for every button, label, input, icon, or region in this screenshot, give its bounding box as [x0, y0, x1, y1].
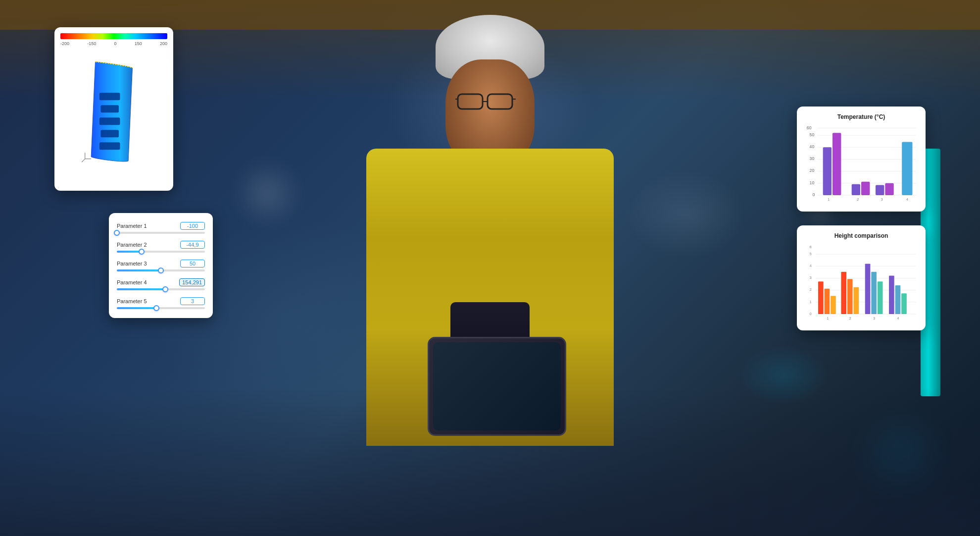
- param-row-4: Parameter 4 154,291: [117, 278, 205, 290]
- svg-rect-32: [885, 183, 893, 195]
- bokeh-light-1: [247, 173, 287, 213]
- scale-zero: 0: [114, 41, 116, 46]
- svg-rect-28: [833, 133, 841, 195]
- param-1-label: Parameter 1: [117, 223, 147, 229]
- param-2-thumb[interactable]: [139, 249, 145, 255]
- param-2-header: Parameter 2 -44,9: [117, 241, 205, 249]
- param-5-label: Parameter 5: [117, 298, 147, 304]
- param-3-thumb[interactable]: [158, 268, 164, 273]
- svg-rect-30: [861, 182, 870, 195]
- height-chart-svg: 0 1 2 3 4 5 6: [804, 244, 919, 323]
- height-comparison-chart: 0 1 2 3 4 5 6: [804, 244, 919, 323]
- svg-rect-8: [100, 130, 119, 137]
- svg-text:0: 0: [810, 312, 812, 316]
- svg-rect-6: [100, 105, 119, 112]
- scale-min: -200: [60, 41, 69, 46]
- svg-rect-53: [831, 296, 836, 314]
- param-3-label: Parameter 3: [117, 261, 147, 267]
- param-2-slider[interactable]: [117, 251, 205, 253]
- fea-shape-svg: [77, 52, 151, 175]
- svg-rect-60: [889, 276, 894, 314]
- svg-text:6: 6: [810, 245, 812, 249]
- height-comparison-widget: Height comparison 0 1 2 3 4 5 6: [797, 225, 926, 330]
- tablet-device: [428, 337, 566, 436]
- param-row-1: Parameter 1 -100: [117, 222, 205, 234]
- svg-text:0: 0: [812, 192, 815, 197]
- svg-rect-61: [895, 285, 901, 314]
- parameters-widget: Parameter 1 -100 Parameter 2 -44,9 Param…: [109, 213, 213, 318]
- param-5-thumb[interactable]: [153, 305, 159, 311]
- fea-visualization: [60, 49, 167, 178]
- svg-text:3: 3: [873, 317, 875, 321]
- svg-rect-57: [865, 264, 871, 314]
- svg-text:5: 5: [810, 252, 812, 256]
- param-1-slider[interactable]: [117, 232, 205, 234]
- svg-text:4: 4: [897, 317, 899, 321]
- fea-widget: -200 -150 0 150 200: [54, 27, 173, 191]
- svg-rect-1: [488, 94, 512, 109]
- param-row-2: Parameter 2 -44,9: [117, 241, 205, 253]
- param-5-slider[interactable]: [117, 307, 205, 309]
- svg-rect-51: [818, 281, 824, 314]
- glasses-svg: [455, 89, 525, 114]
- param-2-fill: [117, 251, 142, 253]
- param-1-thumb[interactable]: [114, 230, 120, 236]
- svg-text:30: 30: [810, 156, 815, 161]
- svg-rect-27: [823, 147, 832, 195]
- svg-text:40: 40: [810, 144, 815, 149]
- svg-text:2: 2: [849, 317, 851, 321]
- param-2-value[interactable]: -44,9: [180, 241, 205, 249]
- svg-text:2: 2: [810, 288, 812, 292]
- svg-rect-56: [854, 287, 859, 314]
- svg-text:1: 1: [827, 317, 829, 321]
- param-4-thumb[interactable]: [162, 286, 168, 292]
- scale-max: 200: [160, 41, 167, 46]
- param-4-header: Parameter 4 154,291: [117, 278, 205, 286]
- worker-figure: [317, 0, 663, 536]
- svg-rect-55: [847, 279, 853, 314]
- svg-text:4: 4: [906, 198, 909, 202]
- svg-text:20: 20: [810, 168, 815, 173]
- svg-rect-29: [852, 184, 860, 195]
- svg-text:2: 2: [857, 198, 859, 202]
- param-1-value[interactable]: -100: [180, 222, 205, 230]
- svg-rect-7: [99, 117, 120, 125]
- param-4-fill: [117, 288, 165, 290]
- param-5-value[interactable]: 3: [180, 297, 205, 305]
- temperature-widget: Temperature (°C) 0 10 20 30 40 50 60: [797, 107, 926, 212]
- svg-text:3: 3: [881, 198, 882, 202]
- svg-rect-5: [99, 93, 120, 100]
- svg-text:60: 60: [807, 125, 812, 130]
- svg-rect-59: [878, 281, 883, 314]
- param-4-label: Parameter 4: [117, 279, 147, 285]
- svg-line-12: [82, 159, 85, 162]
- param-4-slider[interactable]: [117, 288, 205, 290]
- svg-text:50: 50: [810, 132, 815, 137]
- param-row-3: Parameter 3 50: [117, 260, 205, 271]
- param-3-slider[interactable]: [117, 269, 205, 271]
- temperature-chart: 0 10 20 30 40 50 60: [804, 125, 919, 205]
- temperature-title: Temperature (°C): [804, 113, 919, 120]
- svg-rect-9: [99, 142, 120, 150]
- svg-text:1: 1: [810, 300, 812, 304]
- height-comparison-title: Height comparison: [804, 232, 919, 239]
- param-4-value[interactable]: 154,291: [179, 278, 205, 286]
- scale-labels: -200 -150 0 150 200: [60, 41, 167, 46]
- svg-rect-31: [876, 185, 884, 195]
- svg-text:3: 3: [810, 275, 812, 280]
- tablet-screen: [433, 342, 561, 430]
- svg-rect-0: [458, 94, 483, 109]
- param-5-fill: [117, 307, 156, 309]
- scale-150: 150: [135, 41, 142, 46]
- param-1-header: Parameter 1 -100: [117, 222, 205, 230]
- svg-rect-54: [841, 272, 846, 314]
- param-3-header: Parameter 3 50: [117, 260, 205, 268]
- svg-text:1: 1: [828, 198, 830, 202]
- svg-rect-58: [871, 272, 877, 314]
- svg-text:4: 4: [810, 264, 812, 268]
- scale-minus150: -150: [87, 41, 96, 46]
- param-5-header: Parameter 5 3: [117, 297, 205, 305]
- param-3-fill: [117, 269, 161, 271]
- param-3-value[interactable]: 50: [180, 260, 205, 268]
- temperature-chart-svg: 0 10 20 30 40 50 60: [804, 125, 919, 205]
